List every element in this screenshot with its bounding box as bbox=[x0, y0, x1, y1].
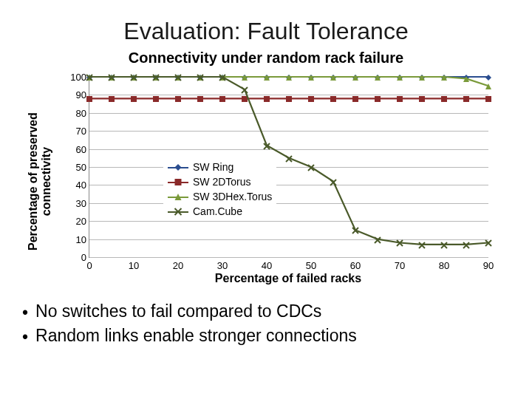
x-tick-label: 80 bbox=[439, 260, 449, 271]
data-marker bbox=[330, 175, 336, 188]
legend-label: SW 3DHex.Torus bbox=[193, 191, 272, 202]
plot-area: 0102030405060708090100010203040506070809… bbox=[89, 77, 488, 258]
legend-swatch-icon bbox=[168, 206, 188, 216]
data-marker bbox=[375, 233, 381, 246]
y-tick-label: 60 bbox=[66, 143, 86, 154]
bullet-text: Random links enable stronger connections bbox=[35, 324, 357, 347]
legend-item: SW 2DTorus bbox=[168, 174, 272, 189]
x-tick-label: 10 bbox=[129, 260, 139, 271]
data-marker bbox=[131, 70, 137, 83]
legend-item: Cam.Cube bbox=[168, 204, 272, 219]
data-marker bbox=[86, 70, 92, 83]
y-axis-label-wrap: Percentage of preservedconnectivity bbox=[28, 71, 50, 293]
y-axis-label: Percentage of preservedconnectivity bbox=[26, 113, 52, 251]
y-tick-label: 20 bbox=[66, 216, 86, 227]
bullet-text: No switches to fail compared to CDCs bbox=[35, 300, 321, 323]
data-marker bbox=[485, 236, 491, 249]
data-marker bbox=[219, 70, 225, 83]
legend-swatch-icon bbox=[168, 191, 188, 202]
legend-swatch-icon bbox=[168, 162, 188, 172]
x-tick-label: 70 bbox=[395, 260, 405, 271]
y-tick-label: 0 bbox=[66, 252, 86, 263]
bullet-item: • No switches to fail compared to CDCs bbox=[22, 300, 510, 324]
data-marker bbox=[109, 70, 115, 83]
slide-title: Evaluation: Fault Tolerance bbox=[18, 18, 514, 45]
data-marker bbox=[441, 238, 447, 251]
legend-label: SW Ring bbox=[193, 161, 233, 173]
x-tick-label: 50 bbox=[306, 260, 316, 271]
legend-label: Cam.Cube bbox=[193, 205, 242, 217]
x-tick-label: 60 bbox=[350, 260, 361, 271]
y-tick-label: 90 bbox=[66, 89, 86, 100]
y-axis-label-text: Percentage of preservedconnectivity bbox=[26, 113, 52, 251]
y-tick-label: 80 bbox=[66, 107, 86, 118]
x-tick-label: 90 bbox=[483, 260, 494, 271]
y-tick-label: 30 bbox=[66, 197, 86, 208]
data-marker bbox=[197, 70, 203, 83]
data-marker bbox=[352, 223, 358, 236]
series-line bbox=[89, 77, 488, 257]
bullet-list: • No switches to fail compared to CDCs •… bbox=[22, 300, 510, 349]
slide: Evaluation: Fault Tolerance Connectivity… bbox=[0, 0, 532, 399]
svg-rect-19 bbox=[175, 179, 182, 185]
data-marker bbox=[463, 238, 469, 251]
legend-item: SW 3DHex.Torus bbox=[168, 189, 272, 204]
x-tick-label: 20 bbox=[173, 260, 183, 271]
y-tick-label: 100 bbox=[66, 72, 86, 83]
data-marker bbox=[397, 236, 403, 249]
legend-item: SW Ring bbox=[168, 160, 272, 174]
data-marker bbox=[153, 70, 159, 83]
data-marker bbox=[264, 139, 270, 152]
data-marker bbox=[286, 151, 292, 165]
legend-label: SW 2DTorus bbox=[193, 176, 251, 188]
grid-line bbox=[89, 257, 488, 258]
chart-title: Connectivity under random rack failure bbox=[18, 50, 514, 66]
x-tick-label: 30 bbox=[217, 260, 228, 271]
legend: SW RingSW 2DTorusSW 3DHex.TorusCam.Cube bbox=[163, 158, 276, 220]
data-marker bbox=[419, 238, 425, 251]
y-tick-label: 50 bbox=[66, 162, 86, 173]
x-tick-label: 0 bbox=[86, 260, 92, 271]
bullet-dot-icon: • bbox=[22, 324, 28, 349]
x-tick-label: 40 bbox=[262, 260, 272, 271]
bullet-item: • Random links enable stronger connectio… bbox=[22, 324, 510, 349]
legend-swatch-icon bbox=[168, 177, 188, 187]
chart: Percentage of preservedconnectivity 0102… bbox=[30, 71, 502, 293]
data-marker bbox=[175, 70, 181, 83]
y-tick-label: 40 bbox=[66, 180, 86, 191]
y-tick-label: 10 bbox=[66, 233, 86, 245]
bullet-dot-icon: • bbox=[22, 300, 28, 324]
data-marker bbox=[308, 160, 314, 174]
data-marker bbox=[242, 83, 248, 96]
y-tick-label: 70 bbox=[66, 126, 86, 137]
x-axis-label: Percentage of failed racks bbox=[89, 272, 488, 285]
